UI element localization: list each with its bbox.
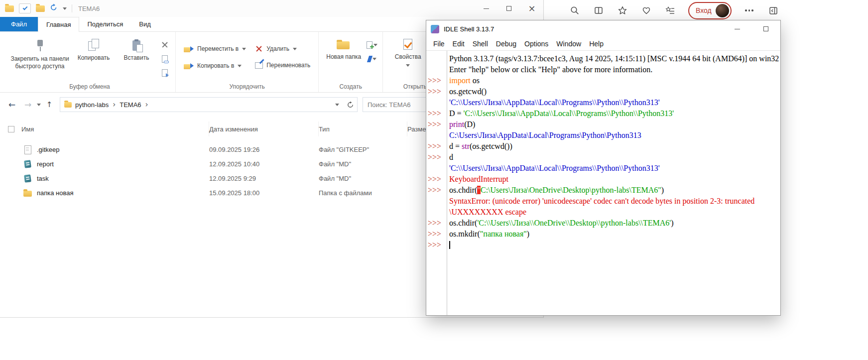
cut-button[interactable]: [158, 39, 171, 51]
folder-shortcut-icon[interactable]: [36, 5, 45, 12]
shell-line-text: D = 'C:\\Users\\Лиза\\AppData\\Local\\Pr…: [447, 108, 780, 119]
paste-icon: [132, 40, 140, 51]
shell-line-text: Python 3.13.7 (tags/v3.13.7:bcee1c3, Aug…: [447, 53, 780, 64]
back-button[interactable]: ←: [5, 100, 19, 110]
menu-edit[interactable]: Edit: [449, 40, 469, 48]
idle-menubar: FileEditShellDebugOptionsWindowHelp: [426, 37, 780, 51]
copy-path-button[interactable]: [158, 53, 171, 65]
browser-essentials-heart-icon[interactable]: [640, 4, 652, 16]
shell-line: C:\Users\Лиза\AppData\Local\Programs\Pyt…: [426, 130, 780, 141]
signin-button[interactable]: Вход: [688, 2, 732, 19]
shell-line: SyntaxError: (unicode error) 'unicodeesc…: [426, 196, 780, 218]
tab-file[interactable]: Файл: [0, 17, 38, 31]
file-icon: [23, 145, 33, 154]
menu-file[interactable]: File: [429, 40, 449, 48]
shell-line: 'C:\\Users\\Лиза\\AppData\\Local\\Progra…: [426, 97, 780, 108]
check-icon: [22, 5, 27, 10]
column-header-name[interactable]: Имя: [21, 121, 209, 136]
shell-line: >>>os.chdir("C:\Users\Лиза\OneDrive\Desk…: [426, 185, 780, 196]
address-bar[interactable]: python-labs › TEMA6 ›: [60, 97, 358, 112]
shell-prompt: >>>: [426, 185, 447, 196]
column-header-date[interactable]: Дата изменения: [209, 121, 319, 136]
recent-locations-caret-icon[interactable]: [37, 104, 41, 106]
menu-options[interactable]: Options: [520, 40, 552, 48]
idle-window-title: IDLE Shell 3.13.7: [444, 25, 494, 33]
rename-button[interactable]: Переименовать: [251, 61, 314, 70]
close-button[interactable]: ×: [520, 0, 543, 17]
shell-prompt: >>>: [426, 75, 447, 86]
window-folder-icon: [5, 5, 14, 12]
paste-button[interactable]: Вставить: [116, 36, 157, 63]
idle-minimize-button[interactable]: [723, 20, 751, 37]
select-all-checkbox[interactable]: [8, 126, 14, 132]
quick-access-toolbar: TEMA6: [5, 3, 100, 13]
shell-line: >>>D = 'C:\\Users\\Лиза\\AppData\\Local\…: [426, 108, 780, 119]
split-screen-icon[interactable]: [593, 4, 605, 16]
easy-access-button[interactable]: [366, 53, 378, 65]
maximize-button[interactable]: [497, 0, 520, 17]
favorites-star-icon[interactable]: [617, 4, 628, 16]
copy-to-button[interactable]: Копировать в: [180, 61, 250, 71]
more-menu-icon[interactable]: [744, 4, 755, 16]
shell-line: Enter "help" below or click "Help" above…: [426, 64, 780, 75]
idle-app-icon: [431, 25, 439, 33]
collections-icon[interactable]: [664, 4, 676, 16]
refresh-icon[interactable]: [343, 98, 357, 112]
move-to-caret-icon: [242, 48, 246, 50]
new-item-icon: [367, 41, 372, 49]
scissors-icon: [160, 41, 169, 49]
paste-shortcut-button[interactable]: [158, 67, 171, 79]
shell-line: >>>os.chdir('C:\\Users\\Лиза\\OneDrive\\…: [426, 218, 780, 229]
new-folder-button[interactable]: Новая папка: [323, 36, 365, 62]
tab-view[interactable]: Вид: [131, 17, 159, 31]
shell-prompt: >>>: [426, 108, 447, 119]
undo-icon[interactable]: [50, 3, 58, 13]
explorer-titlebar: TEMA6 ×: [0, 0, 543, 17]
copy-label: Копировать: [78, 54, 110, 62]
shell-line: >>>: [426, 240, 780, 250]
move-to-button[interactable]: Переместить в: [180, 44, 250, 54]
shell-prompt: [426, 163, 447, 174]
properties-button[interactable]: Свойства: [387, 36, 429, 68]
shell-line-text: 'C:\\Users\\Лиза\\AppData\\Local\\Progra…: [447, 163, 780, 174]
md-icon: [23, 160, 33, 168]
delete-button[interactable]: Удалить: [251, 44, 314, 54]
menu-shell[interactable]: Shell: [469, 40, 492, 48]
file-name: .gitkeep: [37, 146, 209, 153]
minimize-button[interactable]: [475, 0, 497, 17]
address-dropdown-caret-icon[interactable]: [331, 98, 343, 112]
shell-line: 'C:\\Users\\Лиза\\AppData\\Local\\Progra…: [426, 163, 780, 174]
profile-avatar: [716, 4, 729, 17]
shell-prompt: >>>: [426, 141, 447, 152]
column-header-type[interactable]: Тип: [319, 121, 407, 136]
quick-access-caret-icon[interactable]: [63, 7, 67, 10]
idle-maximize-button[interactable]: [751, 20, 780, 37]
search-icon[interactable]: [569, 4, 581, 16]
sidebar-toggle-icon[interactable]: [767, 4, 779, 16]
up-button[interactable]: ↑: [43, 100, 56, 109]
breadcrumb-tema6[interactable]: TEMA6: [116, 101, 144, 109]
shell-line-text: C:\Users\Лиза\AppData\Local\Programs\Pyt…: [447, 130, 780, 141]
menu-help[interactable]: Help: [585, 40, 608, 48]
breadcrumb-python-labs[interactable]: python-labs: [72, 101, 112, 109]
copy-button[interactable]: Копировать: [73, 36, 115, 63]
tab-share[interactable]: Поделиться: [79, 17, 131, 31]
menu-debug[interactable]: Debug: [492, 40, 520, 48]
breadcrumb-chevron-icon[interactable]: ›: [112, 100, 116, 109]
window-title: TEMA6: [78, 5, 100, 12]
tab-home[interactable]: Главная: [38, 17, 79, 32]
shell-prompt: [426, 196, 447, 218]
file-name: папка новая: [37, 189, 209, 197]
new-item-button[interactable]: [366, 39, 378, 51]
quick-access-check-button[interactable]: [19, 3, 31, 13]
delete-icon: [255, 45, 263, 53]
shell-prompt: >>>: [426, 240, 447, 250]
file-type: Файл "GITKEEP": [319, 146, 369, 153]
shell-text-area[interactable]: Python 3.13.7 (tags/v3.13.7:bcee1c3, Aug…: [426, 51, 780, 315]
forward-button[interactable]: →: [21, 100, 35, 110]
browser-toolbar: Вход: [544, 0, 868, 21]
breadcrumb-chevron-icon[interactable]: ›: [145, 100, 149, 109]
pin-to-quick-access-button[interactable]: Закрепить на панели быстрого доступа: [8, 36, 72, 71]
menu-window[interactable]: Window: [552, 40, 585, 48]
clipboard-small-buttons: [158, 36, 171, 79]
